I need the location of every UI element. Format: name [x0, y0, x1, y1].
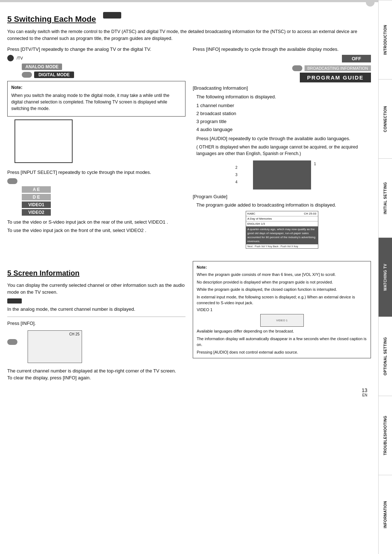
sidebar-tab-troubleshooting[interactable]: TROUBLESHOOTING: [379, 396, 392, 475]
info-subsection: Press [INFO] repeatedly to cycle through…: [193, 46, 371, 249]
dtv-tv-text: Press [DTV/TV] repeatedly to change the …: [7, 46, 185, 53]
bottom-row: 5 Screen Information You can display the…: [7, 258, 371, 382]
input-video2-label: VIDEO2: [22, 209, 51, 216]
note-right-line6: The information display will automatical…: [197, 336, 367, 348]
section1-two-col: Press [DTV/TV] repeatedly to change the …: [7, 46, 371, 254]
page-number: 13: [7, 387, 371, 393]
note-box-1: Note: When you switch the analog mode to…: [7, 81, 185, 117]
input-btn-oval: [7, 178, 17, 184]
pg-screen-nav: Next : Push Vol Y Key Back : Push Vol X …: [246, 244, 318, 248]
note-right-title: Note:: [197, 264, 367, 270]
pg-numbers-left: 2 3 4: [236, 164, 238, 186]
input-select-text: Press [INPUT SELECT] repeatedly to cycle…: [7, 169, 185, 176]
note-right-line3: While the program guide is displayed, th…: [197, 286, 367, 293]
input-btn-row: [7, 178, 185, 184]
sidebar: INTRODUCTION CONNECTION INITIAL SETTING …: [378, 0, 392, 554]
program-guide-section-title: [Program Guide]: [193, 193, 371, 200]
input-ae-label: A E: [22, 186, 51, 193]
note-right-line5: Available languages differ depending on …: [197, 328, 367, 334]
pg-screen-highlighted: A quarter-century ago, which may now qua…: [246, 227, 318, 244]
bcast-item-4: 4 audio language: [196, 126, 371, 134]
input-modes-display: A E D E VIDEO1 VIDEO2: [22, 186, 185, 216]
section2-header: 5 Screen Information: [7, 258, 185, 280]
input-mode-ae: A E: [22, 186, 51, 193]
broadcast-button: BROADCASTING INFORMATION: [305, 65, 371, 71]
section2-bar: [7, 298, 185, 304]
channel-note2: To clear the display, press [INFO] again…: [7, 374, 185, 382]
section2-info-button-text: Press [INFO].: [7, 321, 185, 326]
section1-right-col: Press [INFO] repeatedly to cycle through…: [193, 46, 371, 254]
digital-mode-box: DIGITAL MODE: [22, 72, 74, 78]
bcast-item-1: 1 channel number: [196, 102, 371, 110]
note-right-line4: In external input mode, the following sc…: [197, 294, 367, 306]
input-mode-de: D E: [22, 194, 51, 200]
audio-text: Press [AUDIO] repeatedly to cycle throug…: [196, 135, 371, 142]
section1-title: 5 Switching Each Mode: [7, 15, 96, 24]
section2-title: 5 Screen Information: [7, 269, 79, 277]
program-guide-desc: The program guide added to broadcasting …: [196, 201, 371, 209]
guide-visual: 2 3 4 1: [242, 160, 322, 190]
tv-label: /TV: [17, 56, 23, 60]
input-video1-label: VIDEO1: [22, 201, 51, 208]
video-note1: To use the video or S-video input jack o…: [7, 219, 185, 226]
note-box-right: Note: When the program guide consists of…: [193, 261, 371, 359]
note-right-line7: Pressing [AUDIO] does not control extern…: [197, 349, 367, 355]
digital-btn-oval: [22, 72, 32, 78]
pg-info-screen: KABC CH 25-03 A Day of Memories ENGLISH …: [246, 211, 318, 249]
section2-divider: [7, 317, 185, 317]
note-title-1: Note:: [11, 84, 181, 91]
section2-analog-text: In the analog mode, the current channel …: [7, 306, 185, 313]
section1-title-bar: [103, 12, 121, 19]
note-right-line4b: VIDEO 1: [197, 307, 367, 313]
mode-display: ANALOG MODE DIGITAL MODE: [22, 64, 185, 78]
digital-mode-label: DIGITAL MODE: [34, 72, 74, 78]
section1-header: 5 Switching Each Mode: [7, 4, 371, 27]
right-note-area: Note: When the program guide consists of…: [193, 258, 371, 382]
info-buttons: OFF BROADCASTING INFORMATION PROGRAM GUI…: [193, 55, 371, 82]
other-note: ( OTHER is displayed when the audio lang…: [196, 144, 371, 157]
pg-screen-line1: KABC CH 25-03: [246, 211, 318, 216]
ch-display-row: CH 25: [7, 328, 185, 365]
section2-intro: You can display the currently selected c…: [7, 282, 185, 296]
section2-black-bar: [7, 298, 22, 304]
section2-area: 5 Screen Information You can display the…: [7, 258, 185, 382]
sidebar-tab-watching-tv[interactable]: WATCHING TV: [379, 237, 392, 317]
sidebar-tab-initial-setting[interactable]: INITIAL SETTING: [379, 158, 392, 237]
dtv-tv-subsection: Press [DTV/TV] repeatedly to change the …: [7, 46, 185, 163]
section1-intro: You can easily switch with the remote co…: [7, 28, 371, 42]
ch-screen: CH 25: [28, 330, 82, 363]
pg-number-right: 1: [314, 162, 316, 166]
main-content: 5 Switching Each Mode You can easily swi…: [0, 0, 378, 401]
input-mode-video1: VIDEO1: [22, 201, 51, 208]
note-right-line2: No description provided is displayed whe…: [197, 279, 367, 285]
input-select-subsection: Press [INPUT SELECT] repeatedly to cycle…: [7, 169, 185, 234]
pg-screen-line2: A Day of Memories: [246, 216, 318, 221]
note-text-1: When you switch the analog mode to the d…: [11, 92, 181, 112]
broadcast-btn-oval: [292, 65, 302, 71]
sidebar-tab-optional-setting[interactable]: OPTIONAL SETTING: [379, 317, 392, 396]
channel-note1: The current channel number is displayed …: [7, 367, 185, 375]
bcast-item-2: 2 broadcast station: [196, 110, 371, 118]
broadcast-desc: The following information is displayed.: [196, 93, 371, 101]
ch-btn-oval: [7, 339, 17, 345]
page-en-label: EN: [7, 393, 371, 397]
info-text: Press [INFO] repeatedly to cycle through…: [193, 46, 371, 53]
tv-screen-placeholder: [15, 119, 73, 163]
tv-button-row: /TV: [7, 55, 185, 61]
sidebar-tab-introduction[interactable]: INTRODUCTION: [379, 0, 392, 79]
ch-label: CH 25: [69, 332, 79, 336]
pg-screen-line3: ENGLISH 1/3: [246, 221, 318, 227]
tv-circle-icon: [7, 55, 14, 61]
sidebar-tab-connection[interactable]: CONNECTION: [379, 79, 392, 158]
pg-screen-bar: 1: [253, 160, 311, 190]
bcast-item-3: 3 program title: [196, 118, 371, 126]
video-small-screen: VIDEO 1: [260, 314, 304, 327]
program-guide-button: PROGRAM GUIDE: [300, 73, 371, 82]
note-right-line1: When the program guide consists of more …: [197, 272, 367, 278]
off-button: OFF: [342, 55, 371, 62]
analog-mode-box: ANALOG MODE: [22, 64, 62, 70]
broadcast-items-list: 1 channel number 2 broadcast station 3 p…: [196, 102, 371, 134]
input-de-label: D E: [22, 194, 51, 200]
sidebar-tab-information[interactable]: INFORMATION: [379, 475, 392, 554]
video-note2: To use the video input jack on the front…: [7, 227, 185, 234]
